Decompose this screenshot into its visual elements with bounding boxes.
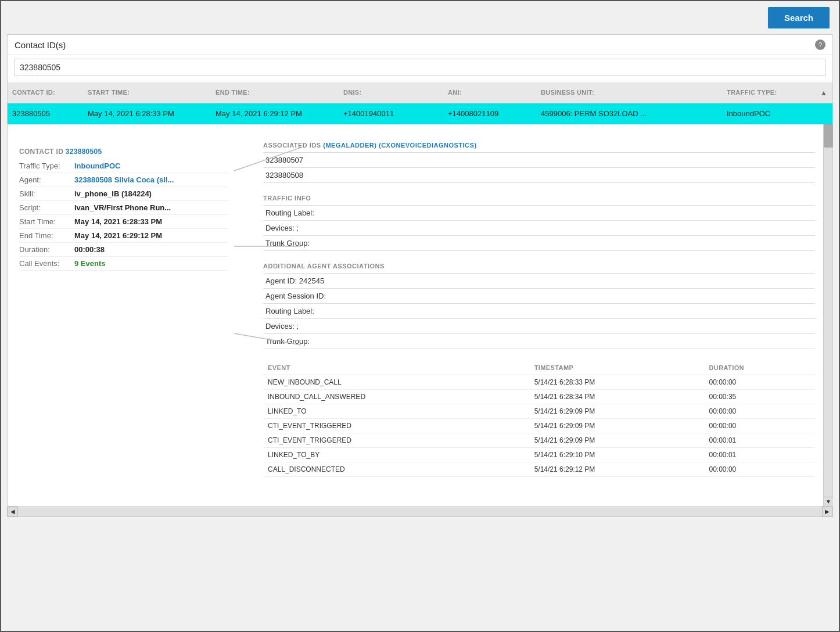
- scrollbar-vertical[interactable]: ▼: [823, 124, 832, 506]
- scroll-right-arrow[interactable]: ▶: [822, 507, 832, 517]
- scrollbar-thumb[interactable]: [824, 124, 833, 148]
- event-cell-duration-4: 00:00:01: [705, 433, 815, 448]
- row-ani: +14008021109: [443, 103, 536, 124]
- detail-row-2: Skill:iv_phone_IB (184224): [19, 189, 228, 201]
- col-traffic-type: TRAFFIC TYPE:: [722, 83, 815, 103]
- detail-label-2: Skill:: [19, 189, 74, 198]
- event-cell-duration-3: 00:00:00: [705, 419, 815, 433]
- agent-assoc-title: ADDITIONAL AGENT ASSOCIATIONS: [263, 263, 815, 270]
- contact-id-label: Contact ID(s): [15, 40, 66, 50]
- detail-value-2: iv_phone_IB (184224): [74, 189, 152, 198]
- event-cell-timestamp-5: 5/14/21 6:29:10 PM: [530, 448, 705, 462]
- table-row[interactable]: 323880505 May 14, 2021 6:28:33 PM May 14…: [8, 103, 832, 124]
- traffic-info-section: TRAFFIC INFO Routing Label: Devices: ; T…: [263, 195, 815, 251]
- agent-row-3: Devices: ;: [263, 318, 815, 333]
- detail-value-4: May 14, 2021 6:28:33 PM: [74, 217, 162, 226]
- row-business-unit: 4599006: PERM SO32LOAD ...: [536, 103, 722, 124]
- detail-label-6: Duration:: [19, 245, 74, 254]
- event-cell-timestamp-0: 5/14/21 6:28:33 PM: [530, 375, 705, 390]
- agent-row-0: Agent ID: 242545: [263, 273, 815, 288]
- search-input-row: [8, 55, 832, 83]
- row-contact-id: 323880505: [8, 103, 83, 124]
- event-cell-duration-6: 00:00:00: [705, 462, 815, 477]
- info-icon[interactable]: ?: [815, 40, 825, 50]
- event-row-2: LINKED_TO5/14/21 6:29:09 PM00:00:00: [263, 404, 815, 419]
- detail-label-5: End Time:: [19, 231, 74, 240]
- detail-rows: Traffic Type:InboundPOCAgent:323880508 S…: [19, 161, 228, 271]
- scroll-down-arrow[interactable]: ▼: [824, 497, 833, 506]
- col-dnis: DNIS:: [339, 83, 443, 103]
- event-row-4: CTI_EVENT_TRIGGERED5/14/21 6:29:09 PM00:…: [263, 433, 815, 448]
- detail-title: CONTACT ID 323880505: [19, 148, 228, 156]
- row-end-time: May 14, 2021 6:29:12 PM: [211, 103, 339, 124]
- left-panel: CONTACT ID 323880505 Traffic Type:Inboun…: [8, 136, 240, 494]
- horizontal-scrollbar[interactable]: [18, 507, 822, 516]
- event-cell-timestamp-6: 5/14/21 6:29:12 PM: [530, 462, 705, 477]
- event-cell-duration-1: 00:00:35: [705, 390, 815, 404]
- event-cell-duration-2: 00:00:00: [705, 404, 815, 419]
- detail-label-4: Start Time:: [19, 217, 74, 226]
- col-start-time: START TIME:: [83, 83, 211, 103]
- agent-assoc-section: ADDITIONAL AGENT ASSOCIATIONS Agent ID: …: [263, 263, 815, 349]
- detail-row-0: Traffic Type:InboundPOC: [19, 161, 228, 173]
- detail-value-1: 323880508 Silvia Coca (sil...: [74, 175, 174, 184]
- event-cell-event-2: LINKED_TO: [263, 404, 530, 419]
- detail-row-7: Call Events:9 Events: [19, 259, 228, 271]
- traffic-info-title: TRAFFIC INFO: [263, 195, 815, 202]
- detail-label-3: Script:: [19, 203, 74, 212]
- col-business-unit: BUSINESS UNIT:: [536, 83, 722, 103]
- event-row-5: LINKED_TO_BY5/14/21 6:29:10 PM00:00:01: [263, 448, 815, 462]
- sort-arrow[interactable]: ▲: [815, 83, 832, 103]
- contact-id-input[interactable]: [15, 59, 825, 76]
- col-duration: DURATION: [705, 361, 815, 375]
- detail-row-3: Script:Ivan_VR/First Phone Run...: [19, 203, 228, 215]
- detail-label-7: Call Events:: [19, 259, 74, 268]
- event-cell-event-6: CALL_DISCONNECTED: [263, 462, 530, 477]
- row-dnis: +14001940011: [339, 103, 443, 124]
- event-cell-event-3: CTI_EVENT_TRIGGERED: [263, 419, 530, 433]
- detail-row-6: Duration:00:00:38: [19, 245, 228, 257]
- event-cell-event-0: NEW_INBOUND_CALL: [263, 375, 530, 390]
- assoc-id-2: 323880508: [263, 167, 815, 183]
- event-cell-duration-0: 00:00:00: [705, 375, 815, 390]
- brand-link-1[interactable]: (MEGALADDER): [323, 142, 376, 149]
- detail-value-6: 00:00:38: [74, 245, 105, 254]
- agent-row-1: Agent Session ID:: [263, 288, 815, 303]
- agent-row-2: Routing Label:: [263, 303, 815, 318]
- scroll-left-arrow[interactable]: ◀: [8, 507, 18, 517]
- app-container: Search Contact ID(s) ? CONTACT ID: START…: [0, 0, 840, 632]
- agent-row-4: Trunk Group:: [263, 333, 815, 349]
- detail-row-4: Start Time:May 14, 2021 6:28:33 PM: [19, 217, 228, 229]
- event-cell-timestamp-1: 5/14/21 6:28:34 PM: [530, 390, 705, 404]
- event-cell-timestamp-3: 5/14/21 6:29:09 PM: [530, 419, 705, 433]
- detail-contact-id: 323880505: [66, 148, 102, 156]
- right-panel: ASSOCIATED IDS (MEGALADDER) (CXONEVOICED…: [240, 136, 832, 494]
- event-cell-duration-5: 00:00:01: [705, 448, 815, 462]
- row-start-time: May 14, 2021 6:28:33 PM: [83, 103, 211, 124]
- detail-label-1: Agent:: [19, 175, 74, 184]
- associated-ids-title: ASSOCIATED IDS (MEGALADDER) (CXONEVOICED…: [263, 142, 815, 149]
- event-row-3: CTI_EVENT_TRIGGERED5/14/21 6:29:09 PM00:…: [263, 419, 815, 433]
- detail-row-5: End Time:May 14, 2021 6:29:12 PM: [19, 231, 228, 243]
- detail-row-1: Agent:323880508 Silvia Coca (sil...: [19, 175, 228, 187]
- col-timestamp: TIMESTAMP: [530, 361, 705, 375]
- event-row-1: INBOUND_CALL_ANSWERED5/14/21 6:28:34 PM0…: [263, 390, 815, 404]
- detail-value-0: InboundPOC: [74, 161, 120, 170]
- traffic-row-2: Trunk Group:: [263, 235, 815, 251]
- assoc-id-1: 323880507: [263, 152, 815, 167]
- event-row-6: CALL_DISCONNECTED5/14/21 6:29:12 PM00:00…: [263, 462, 815, 477]
- events-body: NEW_INBOUND_CALL5/14/21 6:28:33 PM00:00:…: [263, 375, 815, 477]
- event-row-0: NEW_INBOUND_CALL5/14/21 6:28:33 PM00:00:…: [263, 375, 815, 390]
- detail-value-3: Ivan_VR/First Phone Run...: [74, 203, 171, 212]
- event-cell-event-4: CTI_EVENT_TRIGGERED: [263, 433, 530, 448]
- event-cell-timestamp-4: 5/14/21 6:29:09 PM: [530, 433, 705, 448]
- detail-area: CONTACT ID 323880505 Traffic Type:Inboun…: [8, 124, 832, 506]
- search-button[interactable]: Search: [768, 7, 830, 28]
- events-section: EVENT TIMESTAMP DURATION NEW_INBOUND_CAL…: [263, 361, 815, 477]
- brand-link-2[interactable]: (CXONEVOICEDIAGNOSTICS): [379, 142, 477, 149]
- associated-ids-section: ASSOCIATED IDS (MEGALADDER) (CXONEVOICED…: [263, 142, 815, 183]
- traffic-row-0: Routing Label:: [263, 205, 815, 220]
- detail-value-7: 9 Events: [74, 259, 105, 268]
- row-spacer: [815, 103, 832, 124]
- event-cell-timestamp-2: 5/14/21 6:29:09 PM: [530, 404, 705, 419]
